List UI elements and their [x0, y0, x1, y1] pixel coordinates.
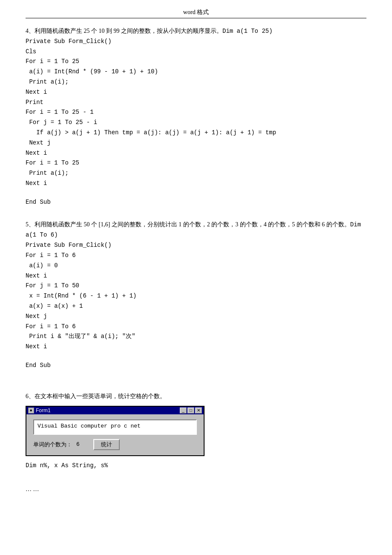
section-4: 4、利用随机函数产生 25 个 10 到 99 之间的整数，按从小到大的顺序显示…	[26, 26, 366, 208]
form-title: Form1	[36, 408, 51, 413]
word-count-label: 单词的个数为：	[33, 441, 72, 448]
section-6: 6、在文本框中输入一些英语单词，统计空格的个数。 ■ Form1 _ □ ✕ V…	[26, 391, 366, 471]
spacer	[26, 474, 366, 483]
form-body: Visual Basic computer pro c net 单词的个数为： …	[26, 414, 204, 455]
code-line: For i = 1 To 25 - 1	[26, 107, 366, 118]
code-line: Print a(i);	[26, 168, 366, 179]
code-line: For i = 1 To 6	[26, 322, 366, 332]
code-line: a(x) = a(x) + 1	[26, 301, 366, 312]
page: word 格式 4、利用随机函数产生 25 个 10 到 99 之间的整数，按从…	[0, 0, 392, 555]
form-title-bar: ■ Form1 _ □ ✕	[26, 407, 204, 414]
code-line: End Sub	[26, 197, 366, 208]
form-icon: ■	[28, 408, 34, 413]
code-line: Private Sub Form_Click()	[26, 240, 366, 251]
form-row: 单词的个数为： 6 统计	[33, 439, 197, 450]
code-line: For i = 1 To 25	[26, 158, 366, 168]
code-line: Next i	[26, 179, 366, 189]
code-line: For j = 1 To 50	[26, 281, 366, 291]
empty-line	[26, 189, 366, 197]
code-line: x = Int(Rnd * (6 - 1 + 1) + 1)	[26, 291, 366, 301]
code-line: a(i) = Int(Rnd * (99 - 10 + 1) + 10)	[26, 67, 366, 77]
section4-code: Private Sub Form_Click() Cls For i = 1 T…	[26, 37, 366, 208]
code-line: Next j	[26, 312, 366, 322]
spacer	[26, 383, 366, 391]
spacer	[26, 211, 366, 220]
section6-title: 6、在文本框中输入一些英语单词，统计空格的个数。	[26, 391, 366, 402]
code-line: Next i	[26, 87, 366, 98]
code-line: Next i	[26, 148, 366, 159]
form-window: ■ Form1 _ □ ✕ Visual Basic computer pro …	[26, 406, 205, 456]
code-line: Print i & "出现了" & a(i); "次"	[26, 332, 366, 342]
after-code-line: Dim n%, x As String, s%	[26, 460, 366, 471]
empty-line	[26, 352, 366, 361]
spacer	[26, 374, 366, 383]
form-controls: _ □ ✕	[180, 408, 202, 413]
page-header: word 格式	[26, 9, 366, 18]
form-title-left: ■ Form1	[28, 408, 51, 413]
word-count-value: 6	[76, 441, 89, 448]
code-line: End Sub	[26, 361, 366, 371]
restore-button[interactable]: □	[187, 408, 194, 413]
section5-title: 5、利用随机函数产生 50 个 [1,6] 之间的整数，分别统计出 1 的个数，…	[26, 220, 366, 241]
code-line: Print a(i);	[26, 77, 366, 87]
ellipsis: … …	[26, 486, 366, 493]
code-line: Cls	[26, 47, 366, 57]
code-line: Next j	[26, 138, 366, 148]
code-line: For i = 1 To 6	[26, 251, 366, 261]
code-line: For j = 1 To 25 - i	[26, 118, 366, 128]
code-line: Print	[26, 98, 366, 108]
header-title: word 格式	[183, 9, 209, 15]
code-line: Private Sub Form_Click()	[26, 37, 366, 47]
code-line: Next i	[26, 342, 366, 352]
close-button[interactable]: ✕	[195, 408, 202, 413]
code-line: Next i	[26, 271, 366, 281]
section-5: 5、利用随机函数产生 50 个 [1,6] 之间的整数，分别统计出 1 的个数，…	[26, 220, 366, 371]
section4-title: 4、利用随机函数产生 25 个 10 到 99 之间的整数，按从小到大的顺序显示…	[26, 26, 366, 37]
stat-button[interactable]: 统计	[93, 439, 120, 450]
code-line: For i = 1 To 25	[26, 57, 366, 67]
minimize-button[interactable]: _	[180, 408, 187, 413]
text-input[interactable]: Visual Basic computer pro c net	[33, 419, 197, 435]
section5-code: Private Sub Form_Click() For i = 1 To 6 …	[26, 240, 366, 371]
code-line: a(i) = 0	[26, 261, 366, 271]
code-line: If a(j) > a(j + 1) Then tmp = a(j): a(j)…	[26, 128, 366, 138]
